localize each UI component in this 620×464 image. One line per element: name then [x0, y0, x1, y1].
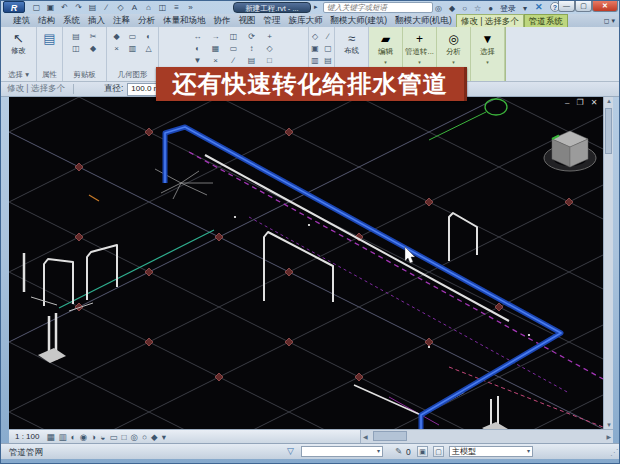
- title-expand-icon[interactable]: ▸: [314, 3, 318, 11]
- create-assembly-icon[interactable]: ▢: [323, 44, 334, 54]
- panel-label-clipboard[interactable]: 剪贴板: [73, 70, 96, 80]
- panel-label-select[interactable]: 选择 ▾: [8, 70, 29, 80]
- view-scale-label[interactable]: 1 : 100: [15, 432, 39, 441]
- measure-tool-icon[interactable]: ∕: [226, 56, 242, 66]
- panel-dropdown-icon[interactable]: ▾: [384, 59, 387, 65]
- worksets-dropdown[interactable]: ▾: [301, 446, 383, 457]
- mirror-icon[interactable]: ◫: [226, 32, 242, 42]
- open-icon[interactable]: ▢: [31, 3, 42, 12]
- horizontal-scrollbar[interactable]: ◀ ▶: [360, 430, 613, 443]
- copy-element-icon[interactable]: ◇: [262, 44, 278, 54]
- panel-dropdown-icon[interactable]: ▾: [486, 59, 489, 65]
- select-toggle-icon[interactable]: ▣: [417, 446, 428, 457]
- close-button[interactable]: ✕: [592, 1, 618, 12]
- offset-icon[interactable]: →: [208, 32, 224, 42]
- ribbon-tab[interactable]: 建筑: [9, 14, 34, 27]
- communication-icon[interactable]: ○: [462, 4, 467, 13]
- move-icon[interactable]: ↕: [244, 44, 260, 54]
- view-close-icon[interactable]: ✕: [591, 98, 598, 107]
- delete-icon[interactable]: ×: [208, 56, 224, 66]
- detail-level-icon[interactable]: ▥: [59, 432, 67, 442]
- filter-icon[interactable]: ▽: [287, 446, 294, 456]
- panel-dropdown-icon[interactable]: ▾: [452, 59, 455, 65]
- scale-icon[interactable]: ▭: [226, 44, 242, 54]
- login-button[interactable]: 登录: [500, 3, 516, 14]
- ribbon-tab[interactable]: 协作: [210, 14, 235, 27]
- view-minimize-icon[interactable]: –: [565, 98, 569, 107]
- pin-icon[interactable]: ▼: [190, 56, 206, 66]
- drag-toggle-icon[interactable]: ▢: [433, 446, 444, 457]
- app-menu-button[interactable]: R: [3, 1, 25, 13]
- rotate-icon[interactable]: ⟳: [244, 32, 260, 42]
- panel-label-properties[interactable]: 属性: [42, 70, 57, 80]
- modify-tool-button[interactable]: ↖ 修改: [11, 31, 26, 56]
- create-part-icon[interactable]: ▣: [310, 44, 321, 54]
- save-icon[interactable]: ▣: [45, 3, 56, 12]
- crop-view-icon[interactable]: ▭: [109, 432, 117, 442]
- ribbon-tab[interactable]: 视图: [235, 14, 260, 27]
- align-icon[interactable]: ↔: [190, 32, 206, 42]
- default-3d-view-icon[interactable]: ⌂: [143, 3, 154, 12]
- sun-path-icon[interactable]: ◉: [80, 432, 87, 442]
- array-icon[interactable]: ▦: [208, 44, 224, 54]
- split-icon[interactable]: ◐: [190, 44, 206, 54]
- cut-icon[interactable]: ✂: [86, 32, 101, 42]
- copy-icon[interactable]: ◫: [69, 44, 84, 54]
- properties-button[interactable]: ▤: [43, 31, 55, 46]
- editable-only-icon[interactable]: ✎: [395, 446, 402, 456]
- routing-button[interactable]: ≈ 布线: [344, 31, 359, 56]
- measure-icon[interactable]: ∕: [101, 3, 112, 12]
- design-options-dropdown[interactable]: 主模型 ▾: [449, 446, 533, 457]
- minimize-button[interactable]: —: [558, 1, 575, 12]
- create-group-icon[interactable]: ▥: [310, 56, 321, 66]
- drawing-area[interactable]: – ❐ ✕ ▲ ▼: [9, 97, 613, 429]
- resize-grip[interactable]: ⋰: [610, 448, 619, 457]
- view-scale-icon[interactable]: ▦: [46, 432, 54, 442]
- ribbon-tab[interactable]: 管理: [260, 14, 285, 27]
- more-icon[interactable]: »: [185, 3, 196, 12]
- visual-style-icon[interactable]: ◐: [71, 432, 76, 442]
- split-face-icon[interactable]: ◐: [142, 32, 156, 42]
- match-type-icon[interactable]: ◆: [86, 44, 101, 54]
- view-cube[interactable]: [542, 125, 598, 179]
- angle-icon[interactable]: ∕: [323, 32, 334, 42]
- scroll-down-icon[interactable]: ▼: [605, 422, 613, 428]
- print-icon[interactable]: ▤: [87, 3, 98, 12]
- scroll-left-icon[interactable]: ◀: [363, 433, 368, 440]
- ribbon-tab[interactable]: 翻模大师(建筑): [327, 14, 392, 27]
- demolish-icon[interactable]: ×: [110, 44, 124, 54]
- section-icon[interactable]: ◫: [157, 3, 168, 12]
- ribbon-tab[interactable]: 翻模大师(机电): [391, 14, 456, 27]
- search-binoculars-icon[interactable]: ◎: [435, 4, 442, 13]
- aligned-dimension-icon[interactable]: ◇: [115, 3, 126, 12]
- crop-region-icon[interactable]: □: [121, 432, 126, 442]
- more-options-icon[interactable]: ▾: [162, 432, 166, 442]
- user-icon[interactable]: ●: [488, 4, 493, 13]
- temporary-hide-icon[interactable]: ◎: [131, 432, 138, 442]
- cut-geometry-icon[interactable]: ▭: [126, 32, 140, 42]
- analysis-display-icon[interactable]: ◆: [151, 432, 158, 442]
- shadows-icon[interactable]: ◑: [91, 432, 96, 442]
- thin-lines-icon[interactable]: ≡: [171, 3, 182, 12]
- ribbon-tab[interactable]: 系统: [59, 14, 84, 27]
- ribbon-tab[interactable]: 插入: [84, 14, 109, 27]
- subscription-icon[interactable]: ◆: [449, 4, 455, 13]
- ribbon-minimize-icon[interactable]: ◻ ▾: [604, 14, 615, 27]
- tab-piping-systems[interactable]: 管道系统: [524, 14, 568, 27]
- ribbon-tab[interactable]: 注释: [109, 14, 134, 27]
- tab-modify-multiselect[interactable]: 修改 | 选择多个: [456, 14, 524, 27]
- cope-icon[interactable]: ▥: [126, 44, 140, 54]
- panel-label-geometry[interactable]: 几何图形: [118, 70, 148, 80]
- create-similar-icon[interactable]: ▤: [323, 56, 334, 66]
- ribbon-tab[interactable]: 体量和场地: [159, 14, 210, 27]
- panel-dropdown-icon[interactable]: ▾: [418, 59, 421, 65]
- rendering-icon[interactable]: ◒: [100, 432, 105, 442]
- trim-icon[interactable]: +: [262, 32, 278, 42]
- filter-select-icon[interactable]: ▼ 选择 ▾: [471, 27, 505, 81]
- exchange-apps-icon[interactable]: ✕: [535, 2, 543, 12]
- scroll-right-icon[interactable]: ▶: [606, 433, 611, 440]
- hscroll-thumb[interactable]: [373, 431, 407, 441]
- ribbon-tab[interactable]: 分析: [134, 14, 159, 27]
- paste-icon[interactable]: ▤: [69, 32, 84, 42]
- undo-icon[interactable]: ↶: [59, 3, 70, 12]
